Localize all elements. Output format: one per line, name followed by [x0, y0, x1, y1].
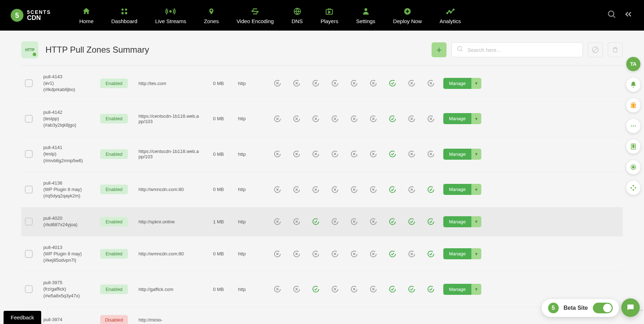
- manage-dropdown-button[interactable]: ▼: [471, 184, 481, 195]
- table-row: pull-4013(WP Plugin 8 may)(#kej85odvpn7l…: [21, 237, 623, 272]
- nav-label: Dashboard: [111, 18, 137, 24]
- beta-toggle[interactable]: [593, 303, 613, 313]
- page-title: HTTP Pull Zones Summary: [45, 45, 149, 55]
- dpad-icon[interactable]: [626, 181, 640, 195]
- svg-point-22: [632, 166, 634, 168]
- manage-button[interactable]: Manage: [443, 184, 471, 195]
- manage-dropdown-button[interactable]: ▼: [471, 248, 481, 259]
- manage-button[interactable]: Manage: [443, 149, 471, 160]
- collapse-icon[interactable]: [623, 9, 633, 21]
- status-flag-disabled-icon: [312, 115, 320, 123]
- status-flag-disabled-icon: [408, 250, 416, 258]
- nav-home[interactable]: Home: [79, 7, 93, 24]
- zone-name: pull-3975(frz/gaffick)(#w5a8x5q3y47x): [43, 280, 97, 299]
- svg-point-23: [633, 185, 634, 186]
- nav-live-streams[interactable]: Live Streams: [155, 7, 186, 24]
- user-icon: [361, 7, 370, 16]
- status-flag-disabled-icon: [274, 285, 281, 293]
- zone-flags: [266, 150, 435, 158]
- avatar-button[interactable]: TA: [626, 57, 640, 71]
- notifications-icon[interactable]: [626, 78, 640, 92]
- manage-dropdown-button[interactable]: ▼: [471, 78, 481, 89]
- svg-text:$: $: [632, 144, 634, 148]
- add-zone-button[interactable]: +: [432, 42, 447, 57]
- beta-site-pill: 5 Beta Site: [542, 299, 619, 317]
- delete-icon[interactable]: [608, 42, 623, 57]
- status-flag-enabled-icon: [427, 285, 435, 293]
- status-flag-disabled-icon: [274, 186, 281, 193]
- manage-button[interactable]: Manage: [443, 78, 471, 89]
- manage-dropdown-button[interactable]: ▼: [471, 149, 481, 160]
- search-icon[interactable]: [607, 10, 616, 21]
- row-checkbox[interactable]: [25, 150, 33, 158]
- globe-icon: [293, 7, 302, 16]
- status-badge: Enabled: [100, 79, 128, 88]
- nav-analytics[interactable]: Analytics: [439, 7, 461, 24]
- record-icon[interactable]: [626, 160, 640, 174]
- status-badge: Enabled: [100, 249, 128, 259]
- brand-logo[interactable]: 5 5CENTS CDN: [11, 9, 51, 22]
- broadcast-icon: [166, 7, 175, 16]
- zone-flags: [266, 218, 435, 225]
- status-flag-disabled-icon: [293, 218, 301, 225]
- table-row: pull-4142(testpp)(#ab3y2lqk8jgo)Enabledh…: [21, 101, 623, 137]
- manage-dropdown-button[interactable]: ▼: [471, 113, 481, 124]
- zone-origin: http://spknr.online: [131, 219, 199, 224]
- home-icon: [82, 7, 91, 16]
- row-checkbox[interactable]: [25, 115, 33, 123]
- status-flag-disabled-icon: [331, 115, 339, 123]
- http-zone-icon: HTTP: [21, 41, 38, 58]
- status-flag-disabled-icon: [369, 285, 377, 293]
- status-flag-disabled-icon: [331, 79, 339, 87]
- status-flag-disabled-icon: [331, 218, 339, 225]
- status-flag-disabled-icon: [427, 79, 435, 87]
- manage-button[interactable]: Manage: [443, 216, 471, 227]
- nav-dns[interactable]: DNS: [292, 7, 303, 24]
- zone-name: pull-3974: [43, 317, 97, 323]
- row-checkbox[interactable]: [25, 79, 33, 87]
- nav-dashboard[interactable]: Dashboard: [111, 7, 137, 24]
- svg-point-9: [447, 12, 448, 14]
- row-checkbox[interactable]: [25, 186, 33, 193]
- zone-flags: [266, 79, 435, 87]
- feedback-button[interactable]: Feedback: [4, 311, 41, 324]
- expand-right-icon[interactable]: →: [638, 307, 644, 313]
- status-flag-disabled-icon: [274, 250, 281, 258]
- status-flag-disabled-icon: [331, 150, 339, 158]
- chat-button[interactable]: [621, 298, 640, 317]
- search-input[interactable]: [451, 42, 583, 57]
- manage-dropdown-button[interactable]: ▼: [471, 216, 481, 227]
- table-row: pull-4143(av1)(#lkdprkab8jbo)Enabledhttp…: [21, 66, 623, 101]
- nav-video-encoding[interactable]: Video Encoding: [237, 7, 274, 24]
- status-flag-enabled-icon: [427, 186, 435, 193]
- manage-button[interactable]: Manage: [443, 284, 471, 295]
- status-flag-disabled-icon: [274, 115, 281, 123]
- more-icon[interactable]: [626, 119, 640, 133]
- status-flag-disabled-icon: [312, 150, 320, 158]
- svg-point-1: [125, 9, 127, 11]
- manage-dropdown-button[interactable]: ▼: [471, 284, 481, 295]
- nav-zones[interactable]: Zones: [204, 7, 219, 24]
- manage-button[interactable]: Manage: [443, 248, 471, 259]
- nav-deploy-now[interactable]: Deploy Now: [393, 7, 422, 24]
- status-flag-disabled-icon: [427, 115, 435, 123]
- nav-players[interactable]: Players: [320, 7, 338, 24]
- svg-point-25: [631, 187, 632, 188]
- status-flag-disabled-icon: [274, 79, 281, 87]
- beta-logo-icon: 5: [548, 303, 559, 313]
- svg-point-17: [633, 126, 634, 127]
- beta-label: Beta Site: [564, 305, 588, 311]
- status-flag-enabled-icon: [427, 218, 435, 225]
- row-checkbox[interactable]: [25, 250, 33, 258]
- credits-icon[interactable]: $: [626, 98, 640, 112]
- manage-button[interactable]: Manage: [443, 113, 471, 124]
- status-flag-enabled-icon: [389, 79, 396, 87]
- row-checkbox[interactable]: [25, 285, 33, 293]
- svg-line-30: [593, 48, 598, 52]
- nav-settings[interactable]: Settings: [356, 7, 375, 24]
- status-flag-disabled-icon: [350, 79, 358, 87]
- block-icon[interactable]: [588, 42, 603, 57]
- status-flag-disabled-icon: [350, 218, 358, 225]
- billing-icon[interactable]: $: [626, 139, 640, 154]
- row-checkbox[interactable]: [25, 218, 33, 225]
